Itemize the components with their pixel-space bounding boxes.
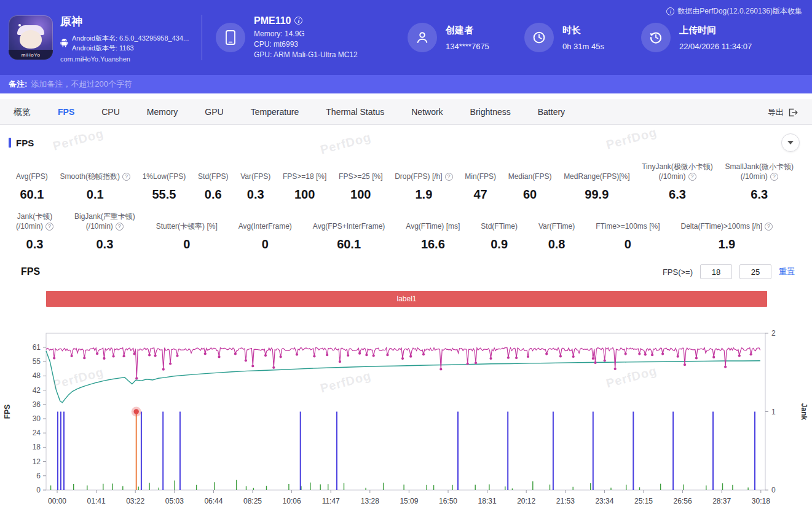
collect-note: i 数据由PerfDog(12.0.260136)版本收集 <box>666 6 802 17</box>
duration-label: 时长 <box>562 25 604 36</box>
metric: FTime>=100ms [%]0 <box>596 210 660 251</box>
svg-text:23:34: 23:34 <box>595 497 613 505</box>
tab-thermal-status[interactable]: Thermal Status <box>312 100 398 124</box>
svg-text:1: 1 <box>771 408 776 416</box>
help-icon[interactable]: ? <box>770 173 778 181</box>
fps-section-header: FPS <box>0 125 812 152</box>
metric-value: 100 <box>283 188 326 202</box>
export-label: 导出 <box>768 107 784 118</box>
tab-battery[interactable]: Battery <box>524 100 578 124</box>
icon-brand-ribbon: miHoYo <box>9 50 53 60</box>
fps-chart-title: FPS <box>21 266 40 277</box>
reset-link[interactable]: 重置 <box>779 266 795 277</box>
metric-value: 0.9 <box>481 237 518 251</box>
tab-temperature[interactable]: Temperature <box>237 100 313 124</box>
metric: FPS>=18 [%]100 <box>283 160 326 202</box>
phone-icon-circle <box>216 23 245 52</box>
svg-text:6: 6 <box>36 472 41 480</box>
fps-line <box>46 348 760 379</box>
android-version-code: Android版本号: 1163 <box>72 43 189 53</box>
metric: Min(FPS)47 <box>465 160 496 202</box>
duration-icon-circle <box>524 23 554 52</box>
history-clock-icon <box>649 31 663 44</box>
tab-brightness[interactable]: Brightness <box>457 100 524 124</box>
metric: Std(FPS)0.6 <box>198 160 228 202</box>
tab-cpu[interactable]: CPU <box>88 100 133 124</box>
duration-block: 时长 0h 31m 45s <box>524 23 641 52</box>
svg-text:01:41: 01:41 <box>87 497 106 505</box>
jank-spikes <box>58 412 755 491</box>
help-icon[interactable]: ? <box>445 173 453 181</box>
selected-jank-marker[interactable] <box>132 407 141 417</box>
fps-threshold-input-1[interactable] <box>700 264 732 279</box>
metric: Std(FTime)0.9 <box>481 210 518 251</box>
help-icon[interactable]: ? <box>45 223 53 231</box>
plot-frame <box>46 333 765 490</box>
phone-icon <box>224 30 237 45</box>
help-icon[interactable]: ? <box>116 223 124 231</box>
user-icon <box>416 31 429 44</box>
metric: Delta(FTime)>100ms [/h]?1.9 <box>681 210 773 251</box>
info-icon: i <box>666 7 674 15</box>
minor-spikes <box>51 480 749 490</box>
metric-value: 0.3 <box>16 237 53 251</box>
svg-text:0: 0 <box>771 486 776 494</box>
help-icon[interactable]: ? <box>765 223 773 231</box>
y-axis-title-jank: Jank <box>800 403 808 421</box>
metric-value: 0.3 <box>240 188 270 202</box>
help-icon[interactable]: ? <box>122 173 130 181</box>
metric: Median(FPS)60 <box>508 160 552 202</box>
header-divider <box>202 15 202 60</box>
svg-text:08:25: 08:25 <box>243 497 262 505</box>
metric-value: 6.3 <box>642 188 713 202</box>
device-memory: Memory: 14.9G <box>254 29 358 39</box>
svg-text:2: 2 <box>771 329 776 338</box>
svg-text:13:28: 13:28 <box>361 497 379 505</box>
creator-label: 创建者 <box>446 25 489 36</box>
duration-value: 0h 31m 45s <box>562 42 604 51</box>
metric-value: 99.9 <box>564 188 629 202</box>
collect-note-text: 数据由PerfDog(12.0.260136)版本收集 <box>677 6 802 17</box>
svg-text:05:03: 05:03 <box>165 497 184 505</box>
help-icon[interactable]: ? <box>688 173 696 181</box>
note-input[interactable]: 备注: 添加备注，不超过200个字符 <box>0 75 812 93</box>
svg-text:12: 12 <box>33 457 41 466</box>
tab-概览[interactable]: 概览 <box>11 100 44 124</box>
collapse-section-button[interactable] <box>781 133 800 152</box>
metric: MedRange(FPS)[%]99.9 <box>564 160 629 202</box>
metric: FPS>=25 [%]100 <box>339 160 382 202</box>
svg-text:11:47: 11:47 <box>322 497 340 505</box>
device-gpu: GPU: ARM Mali-G1-Ultra MC12 <box>254 50 358 60</box>
tab-memory[interactable]: Memory <box>133 100 192 124</box>
note-label: 备注: <box>9 79 27 90</box>
metric: Avg(FPS+InterFrame)60.1 <box>313 210 385 251</box>
tab-gpu[interactable]: GPU <box>191 100 237 124</box>
fps-chart-header: FPS FPS(>=) 重置 <box>0 263 812 281</box>
metric: Stutter(卡顿率) [%]0 <box>156 210 218 251</box>
export-button[interactable]: 导出 <box>768 107 801 118</box>
tab-bar: 概览FPSCPUMemoryGPUTemperatureThermal Stat… <box>0 100 812 125</box>
metric: Avg(InterFrame)0 <box>238 210 292 251</box>
svg-text:24: 24 <box>33 429 41 437</box>
metric-value: 0.8 <box>538 237 575 251</box>
upload-value: 22/04/2026 11:34:07 <box>679 42 752 51</box>
fps-chart[interactable]: 0612182430364248556101200:0001:4103:2205… <box>0 317 812 513</box>
game-app-icon: miHoYo <box>9 15 53 60</box>
svg-text:28:37: 28:37 <box>712 497 731 505</box>
fps-threshold-input-2[interactable] <box>739 264 771 279</box>
device-cpu: CPU: mt6993 <box>254 39 358 50</box>
metric-value: 6.3 <box>725 188 794 202</box>
tab-fps[interactable]: FPS <box>44 100 88 124</box>
tab-network[interactable]: Network <box>398 100 456 124</box>
svg-text:20:12: 20:12 <box>517 497 535 505</box>
metric-value: 47 <box>465 188 496 202</box>
metrics-row-2: Jank(卡顿)(/10min)?0.3BigJank(严重卡顿)(/10min… <box>0 210 812 251</box>
svg-text:61: 61 <box>33 343 41 352</box>
svg-text:0: 0 <box>36 486 41 494</box>
metric: SmallJank(微小卡顿)(/10min)?6.3 <box>725 160 794 202</box>
svg-text:03:22: 03:22 <box>126 497 144 505</box>
metric: Jank(卡顿)(/10min)?0.3 <box>16 210 53 251</box>
upload-label: 上传时间 <box>679 25 752 36</box>
upload-time-block: 上传时间 22/04/2026 11:34:07 <box>641 23 789 52</box>
device-info-icon[interactable]: i <box>294 17 302 25</box>
